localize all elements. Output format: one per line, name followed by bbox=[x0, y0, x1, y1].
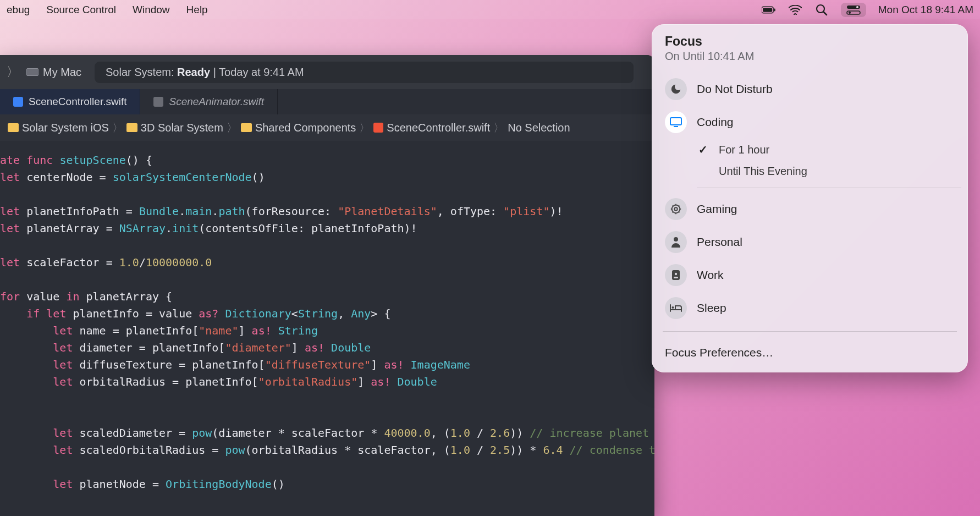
breadcrumb-item[interactable]: SceneController.swift bbox=[387, 122, 490, 134]
badge-icon bbox=[665, 264, 687, 286]
display-icon bbox=[665, 111, 687, 133]
breadcrumb-item[interactable]: No Selection bbox=[508, 122, 570, 134]
status-suffix: | Today at 9:41 AM bbox=[210, 66, 304, 78]
focus-duration-evening[interactable]: Until This Evening bbox=[697, 161, 961, 182]
spotlight-icon[interactable] bbox=[814, 4, 829, 15]
focus-mode-label: Gaming bbox=[697, 202, 737, 216]
focus-mode-coding[interactable]: Coding bbox=[658, 106, 961, 139]
menubar-datetime[interactable]: Mon Oct 18 9:41 AM bbox=[878, 4, 973, 16]
svg-point-12 bbox=[674, 207, 678, 211]
menu-help[interactable]: Help bbox=[186, 4, 208, 16]
person-icon bbox=[665, 231, 687, 253]
swift-file-icon bbox=[153, 97, 163, 107]
code-editor[interactable]: ate func setupScene() { let centerNode =… bbox=[0, 141, 654, 493]
wifi-icon[interactable] bbox=[788, 4, 802, 15]
focus-duration-label: Until This Evening bbox=[719, 165, 807, 178]
bed-icon bbox=[665, 297, 687, 319]
focus-mode-personal[interactable]: Personal bbox=[658, 226, 961, 259]
divider bbox=[663, 331, 957, 332]
menu-source-control[interactable]: Source Control bbox=[46, 4, 116, 16]
svg-point-15 bbox=[675, 273, 677, 275]
tab-scenecontroller[interactable]: SceneController.swift bbox=[0, 89, 140, 114]
focus-mode-sleep[interactable]: Sleep bbox=[658, 292, 961, 325]
control-center-icon[interactable] bbox=[841, 3, 866, 17]
folder-icon bbox=[8, 123, 19, 132]
focus-mode-label: Coding bbox=[697, 116, 734, 129]
focus-mode-gaming[interactable]: Gaming bbox=[658, 193, 961, 226]
tab-label: SceneController.swift bbox=[29, 96, 126, 108]
battery-icon[interactable] bbox=[762, 4, 776, 15]
folder-icon bbox=[126, 123, 137, 132]
svg-point-17 bbox=[672, 306, 674, 309]
svg-rect-2 bbox=[774, 8, 775, 11]
tab-sceneanimator[interactable]: SceneAnimator.swift bbox=[140, 89, 277, 114]
breadcrumb-item[interactable]: Shared Components bbox=[255, 122, 356, 134]
breadcrumb-item[interactable]: 3D Solar System bbox=[141, 122, 223, 134]
folder-icon bbox=[241, 123, 252, 132]
menu-debug[interactable]: ebug bbox=[7, 4, 30, 16]
chevron-right-icon[interactable]: 〉 bbox=[7, 64, 19, 80]
xcode-window: 〉 My Mac Solar System: Ready | Today at … bbox=[0, 55, 654, 516]
swift-file-icon bbox=[373, 123, 383, 133]
status-state: Ready bbox=[177, 66, 210, 78]
svg-rect-16 bbox=[674, 277, 678, 278]
editor-tabs: SceneController.swift SceneAnimator.swif… bbox=[0, 89, 654, 114]
svg-point-8 bbox=[849, 12, 851, 14]
focus-mode-label: Work bbox=[697, 268, 724, 282]
focus-panel: Focus On Until 10:41 AM Do Not Disturb C… bbox=[652, 24, 968, 372]
svg-rect-9 bbox=[670, 118, 681, 125]
focus-mode-label: Personal bbox=[697, 235, 742, 249]
focus-mode-label: Do Not Disturb bbox=[697, 83, 773, 96]
build-status[interactable]: Solar System: Ready | Today at 9:41 AM bbox=[95, 62, 634, 83]
focus-mode-dnd[interactable]: Do Not Disturb bbox=[658, 73, 961, 106]
menubar: ebug Source Control Window Help Mon Oct … bbox=[0, 0, 980, 19]
breadcrumb-item[interactable]: Solar System iOS bbox=[22, 122, 109, 134]
focus-mode-work[interactable]: Work bbox=[658, 259, 961, 292]
xcode-toolbar: 〉 My Mac Solar System: Ready | Today at … bbox=[0, 55, 654, 89]
focus-title: Focus bbox=[665, 34, 955, 49]
menu-window[interactable]: Window bbox=[133, 4, 170, 16]
run-destination-label: My Mac bbox=[43, 66, 81, 79]
swift-file-icon bbox=[13, 97, 23, 107]
run-destination[interactable]: My Mac bbox=[26, 66, 81, 79]
moon-icon bbox=[665, 78, 687, 100]
focus-duration-1hour[interactable]: ✓ For 1 hour bbox=[697, 139, 961, 161]
focus-mode-label: Sleep bbox=[697, 301, 726, 315]
focus-preferences-link[interactable]: Focus Preferences… bbox=[652, 338, 968, 367]
gear-icon bbox=[665, 198, 687, 220]
svg-line-4 bbox=[823, 12, 827, 15]
tab-label: SceneAnimator.swift bbox=[169, 96, 263, 108]
svg-point-13 bbox=[674, 237, 678, 241]
breadcrumb[interactable]: Solar System iOS 〉 3D Solar System 〉 Sha… bbox=[0, 114, 654, 141]
svg-point-6 bbox=[856, 6, 858, 8]
mac-icon bbox=[26, 68, 38, 76]
focus-duration-label: For 1 hour bbox=[719, 144, 769, 156]
status-prefix: Solar System: bbox=[106, 66, 177, 78]
focus-subtitle: On Until 10:41 AM bbox=[665, 50, 955, 63]
svg-rect-1 bbox=[763, 8, 772, 12]
checkmark-icon: ✓ bbox=[697, 143, 709, 156]
